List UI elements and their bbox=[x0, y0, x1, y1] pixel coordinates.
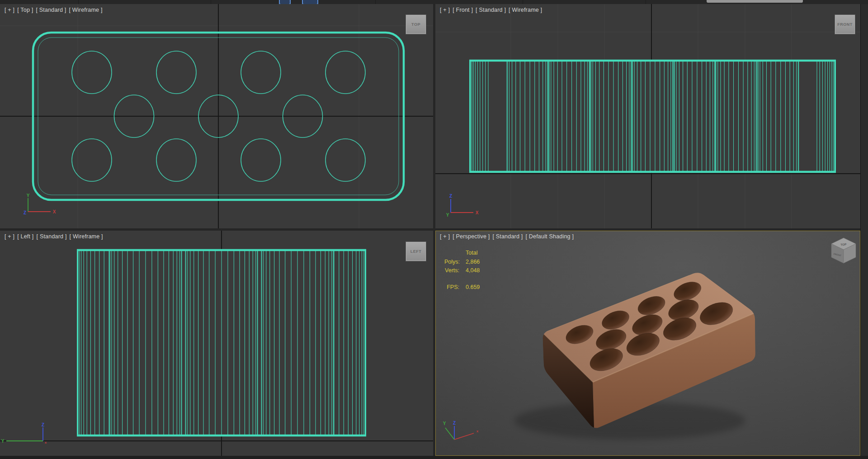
toolbar-separator bbox=[375, 0, 376, 4]
toolbar-separator bbox=[646, 0, 646, 4]
viewport-splitter-vertical[interactable] bbox=[433, 4, 435, 456]
toolbar-handle-fragment[interactable] bbox=[707, 0, 803, 3]
toolbar-sliver bbox=[0, 0, 868, 4]
view-cube[interactable]: TOPFRONT bbox=[829, 235, 860, 268]
viewport-menu-shading[interactable]: [ Wireframe ] bbox=[70, 233, 103, 240]
viewport-left[interactable]: [ + ] [ Left ] [ Standard ] [ Wireframe … bbox=[0, 231, 433, 456]
viewport-menu-shading[interactable]: [ Wireframe ] bbox=[509, 7, 542, 13]
stats-label: Verts: bbox=[444, 266, 459, 275]
axis-view-button-front[interactable]: FRONT bbox=[835, 14, 855, 34]
viewport-top[interactable]: [ + ] [ Top ] [ Standard ] [ Wireframe ]… bbox=[0, 4, 433, 228]
window-right-edge bbox=[860, 0, 868, 459]
svg-text:x: x bbox=[45, 440, 47, 445]
viewport-menu-general[interactable]: [ + ] bbox=[5, 7, 14, 13]
stats-value: 0.659 bbox=[466, 283, 480, 292]
window-bottom-edge bbox=[0, 456, 868, 459]
stats-header: Total bbox=[466, 249, 477, 258]
svg-text:X: X bbox=[53, 209, 56, 214]
viewport-menu-standard[interactable]: [ Standard ] bbox=[492, 233, 523, 240]
world-axis-gizmo: YXZ bbox=[9, 194, 59, 219]
viewport-menu-general[interactable]: [ + ] bbox=[440, 233, 450, 240]
statistics-overlay: Total Polys: 2,866 Verts: 4,048 FPS: 0.6… bbox=[444, 249, 480, 292]
toolbar-separator bbox=[78, 0, 79, 4]
svg-text:TOP: TOP bbox=[840, 243, 847, 246]
world-axis-gizmo: ZYx bbox=[443, 418, 488, 445]
viewport-label: [ + ] [ Front ] [ Standard ] [ Wireframe… bbox=[440, 7, 542, 13]
stats-value: 4,048 bbox=[466, 266, 480, 275]
stats-label: FPS: bbox=[444, 283, 459, 292]
stats-row-fps: FPS: 0.659 bbox=[444, 283, 480, 292]
max-viewport-layout: [ + ] [ Top ] [ Standard ] [ Wireframe ]… bbox=[0, 0, 868, 459]
viewport-menu-shading[interactable]: [ Default Shading ] bbox=[525, 233, 574, 240]
viewport-menu-standard[interactable]: [ Standard ] bbox=[36, 7, 66, 13]
viewport-menu-pov[interactable]: [ Front ] bbox=[453, 7, 473, 13]
viewport-menu-pov[interactable]: [ Perspective ] bbox=[453, 233, 490, 240]
viewport-menu-general[interactable]: [ + ] bbox=[5, 233, 14, 240]
stats-value: 2,866 bbox=[466, 258, 480, 267]
svg-text:Y: Y bbox=[443, 421, 446, 426]
viewport-front[interactable]: [ + ] [ Front ] [ Standard ] [ Wireframe… bbox=[435, 4, 860, 228]
viewport-menu-standard[interactable]: [ Standard ] bbox=[476, 7, 506, 13]
svg-text:Y: Y bbox=[27, 193, 30, 198]
toolbar-button-fragment[interactable] bbox=[279, 0, 291, 4]
toolbar-separator bbox=[523, 0, 523, 4]
stats-header-row: Total bbox=[444, 249, 480, 258]
axis-view-button-top[interactable]: TOP bbox=[406, 14, 426, 34]
svg-text:Z: Z bbox=[24, 210, 26, 215]
svg-text:Y: Y bbox=[446, 213, 449, 218]
viewport-menu-pov[interactable]: [ Left ] bbox=[17, 233, 33, 240]
toolbar-separator bbox=[211, 0, 211, 4]
svg-text:Y: Y bbox=[1, 439, 5, 444]
viewport-canvas-perspective[interactable] bbox=[435, 231, 860, 456]
viewport-label: [ + ] [ Left ] [ Standard ] [ Wireframe … bbox=[5, 233, 103, 240]
viewport-label: [ + ] [ Perspective ] [ Standard ] [ Def… bbox=[440, 233, 574, 240]
stats-row-polys: Polys: 2,866 bbox=[444, 258, 480, 267]
svg-text:X: X bbox=[476, 210, 479, 215]
viewport-menu-standard[interactable]: [ Standard ] bbox=[37, 233, 67, 240]
viewport-canvas-top[interactable] bbox=[0, 4, 433, 228]
svg-text:x: x bbox=[476, 429, 479, 433]
viewport-menu-general[interactable]: [ + ] bbox=[440, 7, 450, 13]
viewport-menu-shading[interactable]: [ Wireframe ] bbox=[69, 7, 102, 13]
world-axis-gizmo: ZXY bbox=[443, 191, 486, 218]
stats-row-verts: Verts: 4,048 bbox=[444, 266, 480, 275]
svg-text:Z: Z bbox=[453, 421, 456, 426]
toolbar-button-fragment[interactable] bbox=[302, 0, 318, 4]
viewport-canvas-front[interactable] bbox=[435, 4, 860, 228]
viewport-canvas-left[interactable] bbox=[0, 231, 433, 456]
svg-text:Z: Z bbox=[449, 194, 452, 199]
world-axis-gizmo: ZYx bbox=[0, 423, 52, 448]
viewport-perspective[interactable]: TOPFRONT [ + ] [ Perspective ] [ Standar… bbox=[435, 231, 860, 456]
svg-text:Z: Z bbox=[42, 422, 44, 427]
stats-label: Polys: bbox=[444, 258, 459, 267]
viewport-menu-pov[interactable]: [ Top ] bbox=[17, 7, 33, 13]
viewport-splitter-horizontal[interactable] bbox=[0, 228, 860, 231]
viewport-label: [ + ] [ Top ] [ Standard ] [ Wireframe ] bbox=[5, 7, 103, 13]
axis-view-button-left[interactable]: LEFT bbox=[406, 241, 426, 261]
